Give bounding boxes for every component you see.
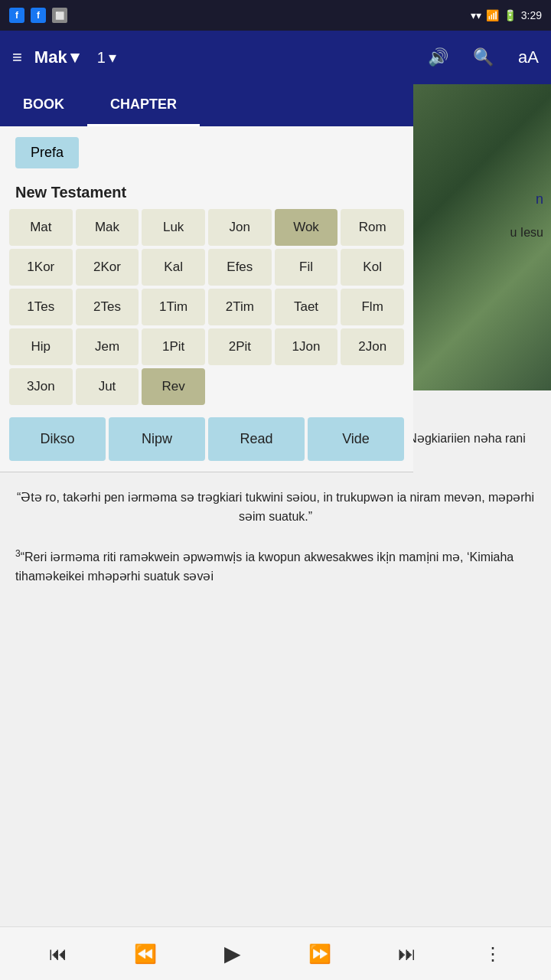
book-fil[interactable]: Fil [275,249,338,286]
section-header: New Testament [0,179,413,209]
book-selector[interactable]: Mak ▾ [34,47,79,67]
book-luk[interactable]: Luk [142,209,205,246]
quote-1: “Ətə ro, takərhi pen iərməma sə trəgkiar… [15,488,536,527]
book-efes[interactable]: Efes [208,249,272,286]
book-2kor[interactable]: 2Kor [76,249,139,286]
signal-icon: 📶 [486,9,499,21]
action-buttons: Dikso Nipw Read Vide [0,411,413,472]
status-bar-right: ▾▾ 📶 🔋 3:29 [471,9,542,21]
bottom-controls: ⏮ ⏪ ▶ ⏩ ⏭ ⋮ [0,926,551,980]
book-rev[interactable]: Rev [142,368,205,405]
status-bar-left: f f ⬜ [9,8,67,23]
image-icon: ⬜ [52,8,67,23]
book-1tim[interactable]: 1Tim [142,289,205,325]
book-mak[interactable]: Mak [76,209,139,246]
book-kal[interactable]: Kal [142,249,205,286]
chapter-num: 1 [97,49,106,67]
verse-3-text: “Reri iərməma riti raməkwein əpwəmwịs ia… [15,550,514,583]
forward-button[interactable]: ⏩ [302,937,337,971]
book-2tes[interactable]: 2Tes [76,289,139,325]
book-3jon[interactable]: 3Jon [9,368,73,405]
vide-button[interactable]: Vide [308,417,404,461]
book-jon[interactable]: Jon [208,209,272,246]
book-taet[interactable]: Taet [275,289,338,325]
status-bar: f f ⬜ ▾▾ 📶 🔋 3:29 [0,0,551,31]
verse-3-num: 3 [15,548,21,559]
book-jem[interactable]: Jem [76,328,139,365]
tab-book[interactable]: BOOK [0,84,87,126]
nav-bar: ≡ Mak ▾ 1 ▾ 🔊 🔍 aA [0,31,551,84]
verse-3: 3“Reri iərməma riti raməkwein əpwəmwịs i… [15,547,536,587]
book-1kor[interactable]: 1Kor [9,249,73,286]
book-flm[interactable]: Flm [341,289,404,325]
book-2tim[interactable]: 2Tim [208,289,272,325]
book-rom[interactable]: Rom [341,209,404,246]
book-1tes[interactable]: 1Tes [9,289,73,325]
battery-icon: 🔋 [504,9,517,21]
read-button[interactable]: Read [208,417,305,461]
time: 3:29 [521,9,542,21]
skip-forward-button[interactable]: ⏭ [392,937,422,971]
book-drop-icon: ▾ [70,47,79,67]
books-grid: Mat Mak Luk Jon Wok Rom 1Kor 2Kor Kal Ef… [0,209,413,411]
book-wok[interactable]: Wok [275,209,338,246]
prefa-row: Prefa [0,126,413,179]
search-button[interactable]: 🔍 [473,47,494,67]
chapter-drop-icon: ▾ [109,48,116,67]
partial-text-1: n [536,191,543,207]
partial-text-2: u Iesu [510,226,543,240]
more-button[interactable]: ⋮ [478,937,508,971]
play-button[interactable]: ▶ [218,935,247,972]
book-2pit[interactable]: 2Pit [208,328,272,365]
facebook-icon-2: f [31,8,46,23]
skip-back-button[interactable]: ⏮ [43,937,73,971]
audio-button[interactable]: 🔊 [428,47,448,67]
book-hip[interactable]: Hip [9,328,73,365]
font-button[interactable]: aA [518,47,539,67]
tabs: BOOK CHAPTER [0,84,413,126]
book-mat[interactable]: Mat [9,209,73,246]
book-2jon[interactable]: 2Jon [341,328,404,365]
book-jut[interactable]: Jut [76,368,139,405]
facebook-icon-1: f [9,8,24,23]
nipw-button[interactable]: Nipw [109,417,205,461]
book-kol[interactable]: Kol [341,249,404,286]
book-1jon[interactable]: 1Jon [275,328,338,365]
back-button[interactable]: ⏪ [128,937,163,971]
chapter-selector[interactable]: 1 ▾ [97,48,116,67]
dropdown-panel: BOOK CHAPTER Prefa New Testament Mat Mak… [0,84,413,472]
wifi-icon: ▾▾ [471,9,481,21]
prefa-button[interactable]: Prefa [15,137,79,168]
tab-chapter[interactable]: CHAPTER [87,84,200,126]
book-1pit[interactable]: 1Pit [142,328,205,365]
book-title: Mak [34,47,67,67]
dikso-button[interactable]: Dikso [9,417,106,461]
menu-button[interactable]: ≡ [12,47,22,67]
